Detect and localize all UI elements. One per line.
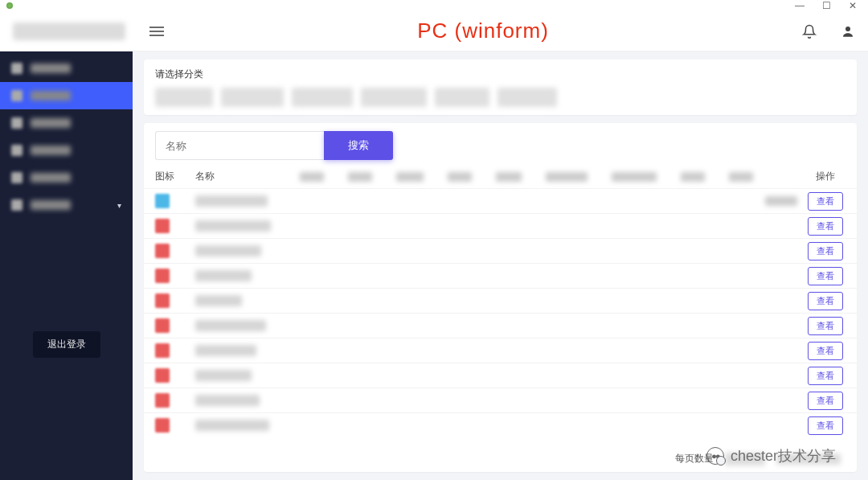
nav-icon <box>11 90 23 101</box>
row-icon <box>155 194 170 208</box>
view-button[interactable]: 查看 <box>808 367 843 385</box>
watermark-text: chester技术分享 <box>731 446 836 466</box>
window-minimize[interactable]: — <box>795 0 805 11</box>
nav-label <box>31 91 71 101</box>
row-extra <box>765 196 797 206</box>
th-icon: 图标 <box>155 170 195 183</box>
category-chip-4[interactable] <box>435 88 489 107</box>
row-name <box>195 195 268 207</box>
view-button[interactable]: 查看 <box>808 192 843 211</box>
row-name <box>195 320 266 331</box>
category-card: 请选择分类 <box>144 59 857 115</box>
nav-label <box>31 173 71 183</box>
watermark: ●● chester技术分享 <box>706 446 836 466</box>
view-button[interactable]: 查看 <box>808 292 843 310</box>
nav-label <box>31 118 71 128</box>
category-chip-2[interactable] <box>292 88 353 107</box>
row-icon <box>155 368 170 383</box>
th-col-7 <box>681 172 705 182</box>
sidebar-item-4[interactable] <box>0 164 133 191</box>
chevron-down-icon: ▾ <box>117 201 121 210</box>
table-row: 查看 <box>144 213 857 238</box>
row-icon <box>155 393 170 408</box>
window-titlebar: — ☐ ✕ <box>0 0 868 11</box>
th-col-8 <box>729 172 753 182</box>
view-button[interactable]: 查看 <box>808 317 843 335</box>
row-name <box>195 345 256 356</box>
th-col-3 <box>448 172 472 182</box>
view-button[interactable]: 查看 <box>808 416 843 435</box>
nav-icon <box>11 117 23 129</box>
table-row: 查看 <box>144 238 857 263</box>
sidebar-item-2[interactable] <box>0 109 133 137</box>
search-button[interactable]: 搜索 <box>324 131 393 160</box>
user-icon[interactable] <box>841 24 855 39</box>
nav-label <box>31 64 71 73</box>
row-icon <box>155 318 170 333</box>
row-name <box>195 420 269 431</box>
table-row: 查看 <box>144 388 857 412</box>
category-label: 请选择分类 <box>155 68 845 81</box>
brand-logo <box>13 23 125 40</box>
table-row: 查看 <box>144 263 857 288</box>
svg-point-0 <box>845 27 850 31</box>
table-row: 查看 <box>144 313 857 338</box>
category-chips <box>155 88 845 107</box>
logout-button[interactable]: 退出登录 <box>33 331 100 358</box>
row-icon <box>155 418 170 433</box>
app-header: PC (winform) <box>0 11 868 51</box>
page-title: PC (winform) <box>164 18 802 43</box>
row-name <box>195 370 252 381</box>
sidebar-item-1[interactable] <box>0 82 133 109</box>
row-icon <box>155 343 170 358</box>
row-name <box>195 220 271 232</box>
row-icon <box>155 219 170 233</box>
category-chip-5[interactable] <box>497 88 557 107</box>
th-col-6 <box>612 172 657 182</box>
table-header: 图标 名称 操作 <box>144 165 857 188</box>
row-name <box>195 295 242 306</box>
view-button[interactable]: 查看 <box>808 392 843 410</box>
nav-label <box>31 146 71 155</box>
th-col-0 <box>300 172 324 182</box>
th-name: 名称 <box>195 170 300 183</box>
view-button[interactable]: 查看 <box>808 217 843 236</box>
list-card: 搜索 图标 名称 操作 查看查看查看查看查看查看查看查看查看查看 每页数量 <box>144 123 857 472</box>
nav-icon <box>11 172 23 183</box>
nav-icon <box>11 199 23 211</box>
row-icon <box>155 269 170 283</box>
bell-icon[interactable] <box>802 24 817 39</box>
window-close[interactable]: ✕ <box>849 0 857 11</box>
category-chip-3[interactable] <box>361 88 427 107</box>
row-icon <box>155 244 170 258</box>
view-button[interactable]: 查看 <box>808 242 843 261</box>
window-maximize[interactable]: ☐ <box>822 0 831 11</box>
nav-icon <box>11 145 23 156</box>
th-col-1 <box>348 172 372 182</box>
wechat-icon: ●● <box>706 447 724 465</box>
sidebar-item-0[interactable] <box>0 55 133 82</box>
nav-icon <box>11 63 23 74</box>
row-name <box>195 245 261 256</box>
category-chip-1[interactable] <box>221 88 284 107</box>
view-button[interactable]: 查看 <box>808 342 843 360</box>
search-input[interactable] <box>155 131 324 160</box>
row-name <box>195 270 252 281</box>
table-row: 查看 <box>144 338 857 363</box>
category-chip-0[interactable] <box>155 88 213 107</box>
th-col-2 <box>396 172 424 182</box>
table-row: 查看 <box>144 412 857 437</box>
table-row: 查看 <box>144 363 857 388</box>
table-body: 查看查看查看查看查看查看查看查看查看查看 <box>144 188 857 445</box>
view-button[interactable]: 查看 <box>808 267 843 285</box>
table-row: 查看 <box>144 288 857 313</box>
main-content: 请选择分类 搜索 图标 名称 操作 查看查看查看查看查看查看查看查看查看查看 每… <box>133 51 868 480</box>
sidebar-item-5[interactable]: ▾ <box>0 191 133 219</box>
window-dot <box>6 2 13 9</box>
row-icon <box>155 293 170 308</box>
th-col-4 <box>496 172 522 182</box>
sidebar: ▾ 退出登录 <box>0 51 133 480</box>
menu-toggle-button[interactable] <box>149 24 164 39</box>
sidebar-item-3[interactable] <box>0 137 133 164</box>
table-row: 查看 <box>144 188 857 213</box>
